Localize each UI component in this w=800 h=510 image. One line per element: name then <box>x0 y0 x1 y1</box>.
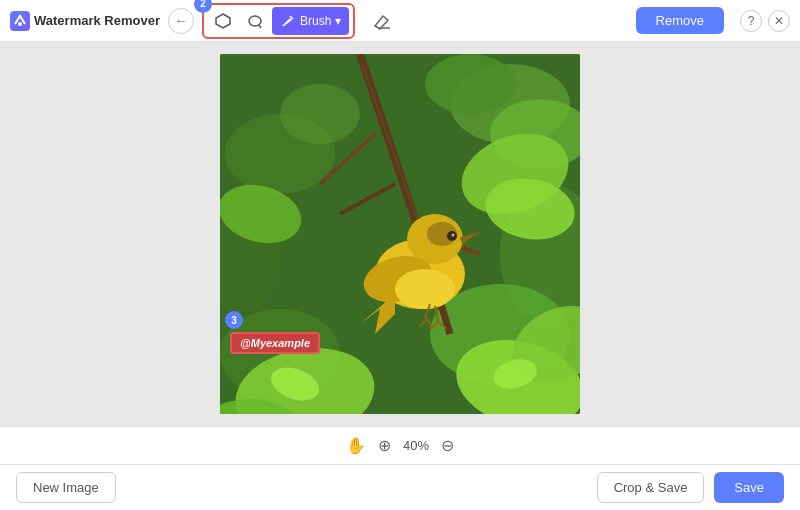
zoom-level: 40% <box>403 438 429 453</box>
footer-right: Crop & Save Save <box>597 472 784 503</box>
hand-tool-icon[interactable]: ✋ <box>346 436 366 455</box>
step3-badge: 3 <box>225 311 243 329</box>
title-bar: Watermark Remover ← 2 Brush ▾ <box>0 0 800 42</box>
remove-button[interactable]: Remove <box>636 7 724 34</box>
tool-group: 2 Brush ▾ <box>202 3 355 39</box>
help-button[interactable]: ? <box>740 10 762 32</box>
close-button[interactable]: ✕ <box>768 10 790 32</box>
polygon-tool-button[interactable] <box>208 7 238 35</box>
svg-point-11 <box>280 84 360 144</box>
bird-image <box>220 54 580 414</box>
svg-point-0 <box>18 22 22 26</box>
window-controls: ? ✕ <box>740 10 790 32</box>
zoom-in-icon[interactable]: ⊕ <box>378 436 391 455</box>
zoom-bar: ✋ ⊕ 40% ⊖ <box>0 426 800 464</box>
lasso-tool-button[interactable] <box>240 7 270 35</box>
brush-tool-button[interactable]: Brush ▾ <box>272 7 349 35</box>
app-logo-icon <box>10 11 30 31</box>
brush-label: Brush <box>300 14 331 28</box>
footer: New Image Crop & Save Save <box>0 464 800 510</box>
crop-save-button[interactable]: Crop & Save <box>597 472 705 503</box>
save-button[interactable]: Save <box>714 472 784 503</box>
new-image-button[interactable]: New Image <box>16 472 116 503</box>
zoom-out-icon[interactable]: ⊖ <box>441 436 454 455</box>
app-logo: Watermark Remover <box>10 11 160 31</box>
erase-button[interactable] <box>367 7 397 35</box>
app-title: Watermark Remover <box>34 13 160 28</box>
svg-point-2 <box>249 16 261 26</box>
back-button[interactable]: ← <box>168 8 194 34</box>
svg-line-3 <box>259 25 261 28</box>
svg-point-28 <box>395 269 455 309</box>
brush-dropdown-icon: ▾ <box>335 14 341 28</box>
canvas-area: 3 @Myexample <box>0 42 800 426</box>
svg-point-9 <box>425 54 515 114</box>
svg-marker-1 <box>216 14 230 28</box>
svg-point-31 <box>427 222 457 246</box>
image-container: 3 @Myexample <box>220 54 580 414</box>
watermark-label: @Myexample <box>230 332 320 354</box>
